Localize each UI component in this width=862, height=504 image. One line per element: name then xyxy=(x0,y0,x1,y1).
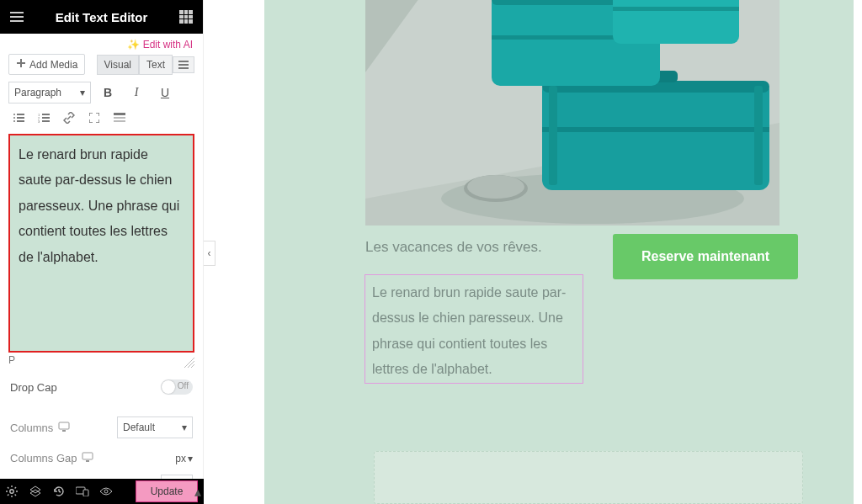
tab-text[interactable]: Text xyxy=(139,55,173,75)
desktop-icon[interactable] xyxy=(58,422,70,434)
edit-with-ai-row: ✨ Edit with AI xyxy=(0,34,203,54)
tab-toolbar-toggle[interactable] xyxy=(173,56,194,73)
svg-rect-13 xyxy=(42,120,50,122)
svg-rect-53 xyxy=(613,0,739,44)
drop-cap-row: Drop Cap Off xyxy=(0,368,203,403)
svg-line-29 xyxy=(15,487,16,488)
svg-point-36 xyxy=(104,490,108,493)
menu-icon[interactable] xyxy=(7,7,27,27)
svg-rect-1 xyxy=(20,59,22,67)
desktop-icon[interactable] xyxy=(82,452,93,464)
element-path[interactable]: P xyxy=(8,354,15,366)
collapse-panel-button[interactable]: ‹ xyxy=(204,241,216,266)
preview-icon[interactable] xyxy=(94,479,118,504)
svg-point-42 xyxy=(467,175,524,199)
paragraph-select-label: Paragraph xyxy=(14,87,61,98)
update-button[interactable]: Update xyxy=(136,480,198,502)
svg-rect-43 xyxy=(542,81,769,190)
svg-rect-17 xyxy=(59,422,69,429)
format-row-2: 123 xyxy=(0,109,203,134)
resize-handle-icon[interactable] xyxy=(183,356,194,368)
svg-rect-45 xyxy=(542,127,769,132)
svg-rect-9 xyxy=(42,114,50,115)
svg-rect-20 xyxy=(86,460,89,462)
text-editor-content[interactable]: Le renard brun rapide saute par-dessus l… xyxy=(8,134,194,353)
drop-cap-label: Drop Cap xyxy=(10,381,57,394)
underline-button[interactable]: U xyxy=(153,82,177,103)
update-caret-icon[interactable]: ▴ xyxy=(191,480,205,502)
columns-label: Columns xyxy=(10,422,53,434)
hero-image xyxy=(365,0,780,225)
media-icon xyxy=(16,58,26,71)
svg-rect-3 xyxy=(17,114,24,115)
svg-rect-48 xyxy=(754,86,763,185)
tools-row: Add Media Visual Text xyxy=(0,54,203,82)
svg-point-4 xyxy=(13,117,15,119)
bullet-list-button[interactable] xyxy=(8,109,29,127)
selected-text-widget[interactable]: Le renard brun rapide saute par-dessus l… xyxy=(364,274,583,384)
svg-rect-7 xyxy=(17,120,24,122)
format-row: Paragraph ▾ B I U xyxy=(0,82,203,109)
columns-row: Columns Default ▾ xyxy=(0,403,203,447)
svg-rect-5 xyxy=(17,117,24,119)
preview-canvas: Les vacances de vos rêves. Le renard bru… xyxy=(216,0,862,504)
svg-line-27 xyxy=(15,495,16,496)
columns-select[interactable]: Default ▾ xyxy=(117,416,193,438)
chevron-down-icon: ▾ xyxy=(80,87,85,98)
svg-rect-35 xyxy=(83,490,88,496)
paragraph-select[interactable]: Paragraph ▾ xyxy=(8,82,91,103)
history-icon[interactable] xyxy=(47,479,71,504)
svg-rect-16 xyxy=(114,120,125,122)
columns-gap-unit[interactable]: px ▾ xyxy=(175,453,193,464)
settings-icon[interactable] xyxy=(0,479,24,504)
reserve-button[interactable]: Reserve maintenant xyxy=(613,234,798,279)
chevron-down-icon: ▾ xyxy=(188,453,193,464)
columns-gap-row: Columns Gap px ▾ xyxy=(0,447,203,473)
editor-mode-tabs: Visual Text xyxy=(97,55,194,75)
content-placeholder[interactable] xyxy=(374,451,803,504)
fullscreen-button[interactable] xyxy=(84,109,104,127)
svg-point-2 xyxy=(13,114,15,115)
svg-line-28 xyxy=(8,495,8,496)
drop-cap-state: Off xyxy=(178,381,189,390)
svg-rect-19 xyxy=(82,453,93,459)
editor-panel: Edit Text Editor ✨ Edit with AI Add Medi… xyxy=(0,0,204,504)
hero-caption: Les vacances de vos rêves. xyxy=(365,239,593,256)
tab-visual[interactable]: Visual xyxy=(97,55,139,75)
bold-button[interactable]: B xyxy=(96,82,120,103)
widgets-icon[interactable] xyxy=(176,7,196,27)
svg-rect-55 xyxy=(613,7,739,11)
add-media-button[interactable]: Add Media xyxy=(8,54,85,75)
panel-header: Edit Text Editor xyxy=(0,0,203,34)
svg-rect-14 xyxy=(114,113,125,115)
svg-point-21 xyxy=(10,490,13,493)
responsive-icon[interactable] xyxy=(71,479,94,504)
columns-value: Default xyxy=(123,422,155,433)
link-button[interactable] xyxy=(59,109,79,127)
columns-gap-label: Columns Gap xyxy=(10,452,77,464)
svg-line-26 xyxy=(8,487,8,488)
edit-with-ai-link[interactable]: ✨ Edit with AI xyxy=(127,39,193,50)
add-media-label: Add Media xyxy=(29,59,77,71)
svg-text:3: 3 xyxy=(38,119,40,123)
navigator-icon[interactable] xyxy=(24,479,47,504)
numbered-list-button[interactable]: 123 xyxy=(34,109,54,127)
svg-rect-47 xyxy=(549,86,557,185)
chevron-down-icon: ▾ xyxy=(182,422,187,433)
drop-cap-toggle[interactable]: Off xyxy=(161,379,193,395)
italic-button[interactable]: I xyxy=(125,82,148,103)
svg-rect-18 xyxy=(62,430,66,432)
svg-rect-15 xyxy=(114,117,125,119)
svg-line-33 xyxy=(59,491,61,492)
toolbar-toggle-button[interactable] xyxy=(109,109,130,127)
svg-point-6 xyxy=(13,120,15,122)
panel-title: Edit Text Editor xyxy=(56,10,148,24)
svg-rect-11 xyxy=(42,117,50,119)
element-path-bar: P xyxy=(0,353,203,368)
